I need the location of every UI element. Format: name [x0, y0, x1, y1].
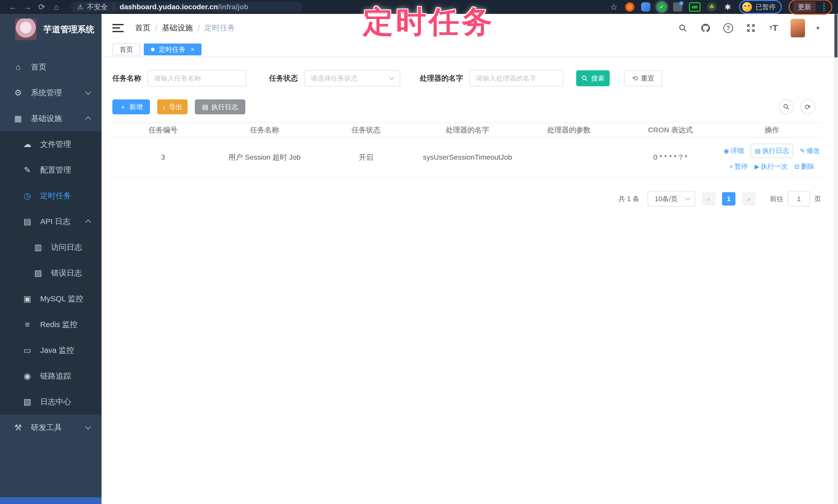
profile-paused-group[interactable]: 已暂停: [739, 0, 782, 14]
sidebar-item-job[interactable]: ◷ 定时任务: [0, 183, 102, 209]
next-page-button[interactable]: ›: [742, 192, 755, 205]
page-1-button[interactable]: 1: [722, 192, 735, 205]
col-header-handler: 处理器的名字: [417, 125, 518, 135]
user-avatar[interactable]: [790, 19, 805, 37]
tab-job-active[interactable]: 定时任务 ×: [144, 43, 202, 55]
search-icon[interactable]: [677, 22, 688, 34]
database-icon: ▣: [22, 294, 33, 304]
sidebar-collapse-icon[interactable]: [112, 23, 124, 33]
sidebar-bottom-strip: [0, 497, 102, 504]
browser-update-group: 更新 ⋮⋮: [788, 0, 832, 15]
extension-on-badge[interactable]: on: [689, 2, 700, 12]
browser-reload-icon[interactable]: ⟳: [35, 2, 49, 12]
breadcrumb-infra[interactable]: 基础设施: [162, 23, 193, 33]
document-icon: ▨: [33, 268, 43, 278]
extension-grid-icon[interactable]: [673, 2, 682, 12]
run-once-link[interactable]: ▶执行一次: [754, 162, 787, 171]
page-size-select[interactable]: 10条/页: [648, 191, 695, 206]
extension-check-icon[interactable]: ✓: [657, 2, 666, 12]
handler-name-input[interactable]: [469, 70, 563, 87]
update-button[interactable]: 更新: [793, 2, 816, 13]
export-button[interactable]: ↓ 导出: [157, 100, 188, 114]
home-icon: ⌂: [13, 62, 23, 72]
reset-icon: ⟲: [632, 74, 638, 83]
cell-job-id: 3: [112, 153, 214, 161]
job-status-select[interactable]: 请选择任务状态: [304, 70, 400, 87]
sidebar-item-home[interactable]: ⌂ 首页: [0, 54, 102, 80]
app-logo-row[interactable]: 芋道管理系统: [0, 14, 102, 45]
window-scrollbar[interactable]: [834, 14, 838, 504]
pause-link[interactable]: ×暂停: [729, 162, 748, 171]
eye-icon: ◉: [22, 371, 33, 381]
execution-log-button[interactable]: ▤ 执行日志: [195, 100, 245, 114]
breadcrumb-home[interactable]: 首页: [135, 23, 151, 33]
sidebar-item-java[interactable]: ▭ Java 监控: [0, 337, 102, 363]
col-header-param: 处理器的参数: [518, 125, 620, 135]
col-header-name: 任务名称: [214, 125, 315, 135]
profile-emoji-avatar: [742, 2, 752, 12]
col-header-id: 任务编号: [112, 125, 214, 135]
list-icon: ▤: [202, 103, 208, 111]
extension-icon[interactable]: [625, 2, 634, 12]
sidebar-item-redis[interactable]: ≡ Redis 监控: [0, 312, 102, 337]
tab-home[interactable]: 首页: [112, 43, 140, 55]
sidebar-item-trace[interactable]: ◉ 链路追踪: [0, 363, 102, 389]
reset-button[interactable]: ⟲ 重置: [624, 70, 662, 86]
job-name-input[interactable]: [147, 70, 246, 87]
cell-job-status: 开启: [315, 152, 417, 162]
breadcrumb: 首页 / 基础设施 / 定时任务: [135, 23, 235, 33]
timer-icon: ◷: [22, 191, 33, 201]
prev-page-button[interactable]: ‹: [702, 192, 715, 205]
edit-link[interactable]: ✎修改: [800, 146, 820, 155]
row-log-link[interactable]: ▤执行日志: [751, 144, 793, 158]
sidebar-item-log-center[interactable]: ▧ 日志中心: [0, 389, 102, 415]
sidebar-item-mysql[interactable]: ▣ MySQL 监控: [0, 286, 102, 312]
edit-icon: ✎: [800, 147, 805, 155]
document-icon: ▤: [22, 217, 33, 227]
app-logo: [15, 19, 37, 40]
help-icon[interactable]: ?: [722, 22, 734, 34]
toggle-search-button[interactable]: [779, 100, 794, 114]
fullscreen-icon[interactable]: [745, 22, 756, 34]
col-header-cron: CRON 表达式: [620, 125, 721, 135]
address-bar[interactable]: ⚠ 不安全 dashboard.yudao.iocoder.cn/infra/j…: [71, 2, 302, 12]
bookmark-star-icon[interactable]: ☆: [609, 2, 618, 12]
sidebar: 芋道管理系统 ⌂ 首页 ⚙ 系统管理 ▦ 基础设施 ☁ 文件管理: [0, 14, 102, 504]
sidebar-item-api-log[interactable]: ▤ API 日志: [0, 209, 102, 234]
font-size-icon[interactable]: TT: [768, 22, 779, 34]
sidebar-item-system[interactable]: ⚙ 系统管理: [0, 80, 102, 106]
search-button[interactable]: 搜索: [576, 70, 610, 86]
sidebar-item-access-log[interactable]: ▥ 访问日志: [0, 234, 102, 260]
table-tools: ⟳: [779, 100, 815, 114]
extensions-puzzle-icon[interactable]: ✱: [723, 2, 732, 12]
infra-submenu: ☁ 文件管理 ✎ 配置管理 ◷ 定时任务 ▤ API 日志 ▥: [0, 131, 102, 415]
browser-forward-icon[interactable]: →: [20, 2, 35, 12]
browser-menu-icon[interactable]: ⋮⋮: [820, 4, 828, 10]
add-button[interactable]: ＋ 新增: [112, 100, 150, 114]
app-header: 首页 / 基础设施 / 定时任务 ?: [102, 14, 834, 42]
github-icon[interactable]: [700, 22, 711, 34]
not-secure-warning-icon: ⚠: [77, 3, 83, 11]
browser-back-icon[interactable]: ←: [6, 2, 20, 12]
sync-paused-label: 已暂停: [755, 3, 775, 12]
extension-icon[interactable]: [641, 2, 650, 12]
sidebar-item-devtools[interactable]: ⚒ 研发工具: [0, 415, 102, 440]
sidebar-item-infra[interactable]: ▦ 基础设施: [0, 106, 102, 131]
avatar-caret-icon[interactable]: ▾: [816, 24, 819, 32]
row-actions: ◉详细 ▤执行日志 ✎修改 ×暂停 ▶执行一次 ⊟删除: [721, 144, 823, 171]
tab-bar: 首页 定时任务 ×: [102, 42, 834, 57]
col-header-status: 任务状态: [315, 125, 417, 135]
browser-home-icon[interactable]: ⌂: [49, 2, 64, 12]
delete-link[interactable]: ⊟删除: [794, 162, 814, 171]
sidebar-item-config[interactable]: ✎ 配置管理: [0, 157, 102, 183]
scrollbar-thumb[interactable]: [834, 14, 837, 58]
log-icon: ▧: [22, 397, 33, 407]
extension-leaf-icon[interactable]: ☘: [707, 2, 716, 12]
refresh-button[interactable]: ⟳: [800, 100, 815, 114]
sidebar-item-file[interactable]: ☁ 文件管理: [0, 131, 102, 157]
sidebar-item-error-log[interactable]: ▨ 错误日志: [0, 260, 102, 286]
security-label[interactable]: 不安全: [87, 2, 108, 12]
close-tab-icon[interactable]: ×: [191, 46, 194, 53]
goto-page-input[interactable]: [787, 191, 810, 206]
detail-link[interactable]: ◉详细: [723, 146, 744, 155]
